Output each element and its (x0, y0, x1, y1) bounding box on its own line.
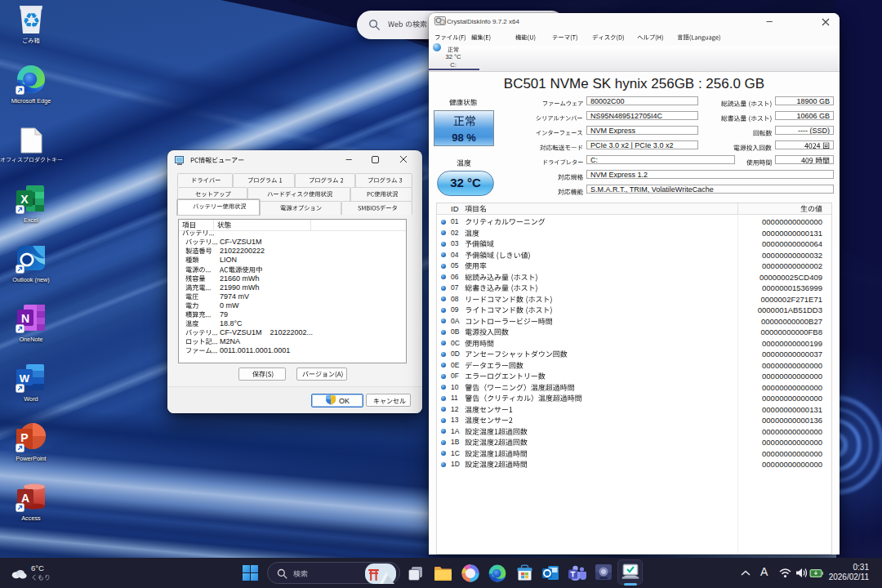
svg-text:N: N (21, 312, 29, 325)
svg-text:P: P (20, 431, 28, 444)
svg-text:X: X (20, 193, 29, 206)
svg-text:W: W (20, 372, 30, 385)
